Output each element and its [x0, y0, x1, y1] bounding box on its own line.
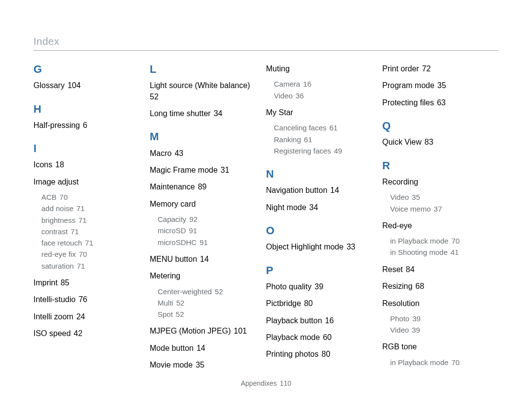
entry-protecting-files[interactable]: Protecting files63 [382, 97, 490, 108]
sub-red-eye-playback[interactable]: in Playback mode70 [390, 235, 490, 247]
entry-mjpeg[interactable]: MJPEG (Motion JPEG)101 [150, 326, 257, 337]
entry-mode-button[interactable]: Mode button14 [150, 343, 257, 354]
entry-my-star[interactable]: My Star [266, 107, 373, 118]
entry-metering[interactable]: Metering [150, 271, 257, 281]
sub-resolution-photo[interactable]: Photo39 [390, 313, 490, 324]
entry-intelli-studio[interactable]: Intelli-studio76 [33, 294, 141, 305]
entry-print-order[interactable]: Print order72 [382, 63, 490, 74]
sub-muting-video[interactable]: Video36 [274, 90, 373, 101]
footer-label: Appendixes [241, 379, 277, 387]
letter-I: I [33, 143, 141, 154]
column-1: G Glossary104 H Half-pressing6 I Icons18… [33, 63, 150, 377]
letter-O: O [266, 225, 373, 237]
sub-add-noise[interactable]: add noise71 [41, 203, 141, 214]
entry-rgb-tone[interactable]: RGB tone [382, 341, 490, 352]
letter-H: H [33, 103, 141, 115]
title-rule [33, 50, 499, 51]
entry-menu-button[interactable]: MENU button14 [150, 254, 257, 265]
letter-N: N [266, 168, 373, 180]
entry-red-eye[interactable]: Red-eye [382, 220, 490, 231]
entry-image-adjust[interactable]: Image adjust [33, 177, 141, 187]
entry-muting[interactable]: Muting [266, 63, 373, 74]
subs-red-eye: in Playback mode70 in Shooting mode41 [382, 235, 490, 258]
column-2: L Light source (White balance) 52 Long t… [150, 63, 266, 377]
entry-resizing[interactable]: Resizing68 [382, 281, 490, 292]
sub-ranking[interactable]: Ranking61 [274, 134, 373, 145]
entry-magic-frame-mode[interactable]: Magic Frame mode31 [150, 165, 257, 176]
letter-G: G [33, 63, 141, 75]
letter-R: R [382, 160, 490, 172]
subs-muting: Camera16 Video36 [266, 78, 373, 101]
sub-muting-camera[interactable]: Camera16 [274, 78, 373, 90]
entry-imprint[interactable]: Imprint85 [33, 278, 141, 288]
sub-recording-voice[interactable]: Voice memo37 [390, 203, 490, 215]
subs-recording: Video35 Voice memo37 [382, 191, 490, 215]
column-3: Muting Camera16 Video36 My Star Cancelin… [266, 63, 382, 377]
subs-resolution: Photo39 Video39 [382, 313, 490, 336]
subs-image-adjust: ACB70 add noise71 brightness71 contrast7… [33, 191, 141, 272]
footer-page: 110 [280, 379, 291, 387]
entry-night-mode[interactable]: Night mode34 [266, 202, 373, 213]
entry-memory-card[interactable]: Memory card [150, 199, 257, 210]
sub-red-eye-fix[interactable]: red-eye fix70 [41, 248, 141, 260]
entry-iso-speed[interactable]: ISO speed42 [33, 328, 141, 339]
sub-brightness[interactable]: brightness71 [41, 215, 141, 226]
page-footer: Appendixes110 [0, 379, 532, 387]
sub-canceling-faces[interactable]: Canceling faces61 [274, 122, 373, 133]
entry-maintenance[interactable]: Maintenance89 [150, 182, 257, 192]
page-title: Index [33, 35, 499, 47]
subs-metering: Center-weighted52 Multi52 Spot52 [150, 286, 257, 320]
entry-recording[interactable]: Recording [382, 177, 490, 187]
entry-playback-button[interactable]: Playback button16 [266, 315, 373, 326]
letter-L: L [150, 63, 257, 75]
entry-program-mode[interactable]: Program mode35 [382, 80, 490, 91]
sub-center-weighted[interactable]: Center-weighted52 [158, 286, 257, 297]
entry-playback-mode[interactable]: Playback mode60 [266, 332, 373, 343]
index-page: Index G Glossary104 H Half-pressing6 I I… [0, 0, 532, 401]
sub-acb[interactable]: ACB70 [41, 191, 141, 203]
sub-microsdhc[interactable]: microSDHC91 [158, 237, 257, 248]
entry-macro[interactable]: Macro43 [150, 148, 257, 159]
letter-M: M [150, 131, 257, 143]
sub-rgb-playback[interactable]: in Playback mode70 [390, 357, 490, 368]
entry-navigation-button[interactable]: Navigation button14 [266, 185, 373, 196]
letter-P: P [266, 265, 373, 277]
entry-glossary[interactable]: Glossary104 [33, 80, 141, 91]
letter-Q: Q [382, 120, 490, 132]
entry-printing-photos[interactable]: Printing photos80 [266, 349, 373, 360]
entry-long-time-shutter[interactable]: Long time shutter34 [150, 108, 257, 119]
sub-saturation[interactable]: saturation71 [41, 260, 141, 272]
column-4: Print order72 Program mode35 Protecting … [382, 63, 499, 377]
sub-resolution-video[interactable]: Video39 [390, 324, 490, 336]
sub-registering-faces[interactable]: Registering faces49 [274, 145, 373, 156]
entry-light-source[interactable]: Light source (White balance) 52 [150, 80, 257, 102]
sub-face-retouch[interactable]: face retouch71 [41, 237, 141, 248]
entry-resolution[interactable]: Resolution [382, 298, 490, 309]
columns: G Glossary104 H Half-pressing6 I Icons18… [33, 63, 499, 377]
sub-spot[interactable]: Spot52 [158, 308, 257, 320]
entry-icons[interactable]: Icons18 [33, 159, 141, 170]
entry-photo-quality[interactable]: Photo quality39 [266, 281, 373, 292]
sub-recording-video[interactable]: Video35 [390, 191, 490, 203]
sub-microsd[interactable]: microSD91 [158, 225, 257, 236]
entry-movie-mode[interactable]: Movie mode35 [150, 360, 257, 370]
entry-pictbridge[interactable]: Pictbridge80 [266, 298, 373, 309]
entry-quick-view[interactable]: Quick View83 [382, 137, 490, 148]
entry-half-pressing[interactable]: Half-pressing6 [33, 120, 141, 131]
subs-my-star: Canceling faces61 Ranking61 Registering … [266, 122, 373, 156]
subs-rgb-tone: in Playback mode70 [382, 357, 490, 368]
subs-memory-card: Capacity92 microSD91 microSDHC91 [150, 214, 257, 248]
entry-object-highlight[interactable]: Object Highlight mode33 [266, 242, 373, 252]
sub-contrast[interactable]: contrast71 [41, 226, 141, 237]
sub-multi[interactable]: Multi52 [158, 297, 257, 308]
entry-intelli-zoom[interactable]: Intelli zoom24 [33, 311, 141, 322]
sub-capacity[interactable]: Capacity92 [158, 214, 257, 225]
entry-reset[interactable]: Reset84 [382, 264, 490, 275]
sub-red-eye-shooting[interactable]: in Shooting mode41 [390, 247, 490, 258]
